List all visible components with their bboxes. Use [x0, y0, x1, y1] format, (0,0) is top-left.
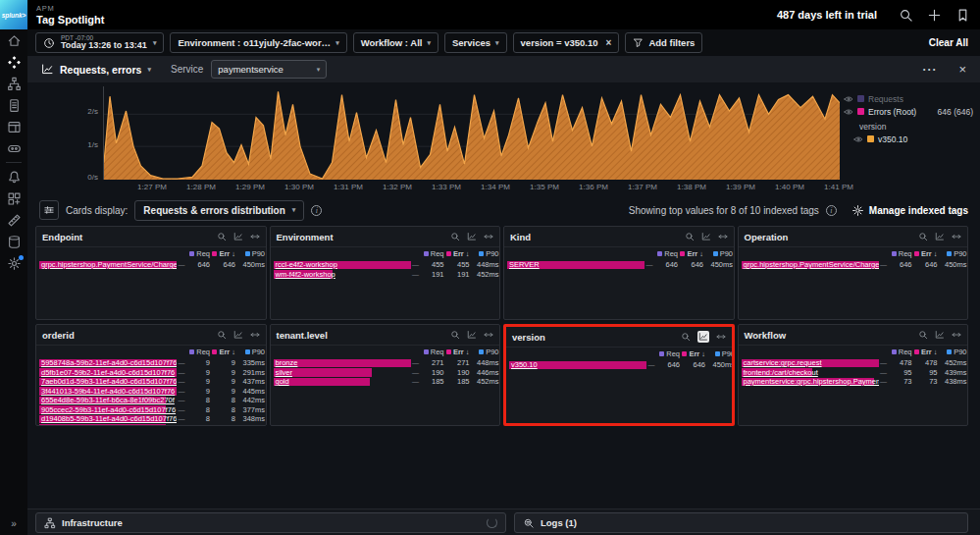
card-column-headers: ReqErr↓P90 — [739, 247, 968, 260]
expand-sidebar-icon[interactable]: » — [0, 518, 27, 529]
card-chart-icon[interactable] — [467, 330, 477, 340]
infrastructure-panel-button[interactable]: Infrastructure — [35, 512, 506, 533]
tag-value-link[interactable]: 5958748a-59b2-11ef-a4d0-c6d15d107f76 — [41, 358, 177, 368]
card-search-icon[interactable] — [450, 232, 460, 241]
tag-value-link[interactable]: 905ccec2-59b3-11ef-a4d0-c6d15d107f76 — [41, 405, 176, 415]
environment-filter-label: Environment : o11yjuly-2fac-wor… — [178, 37, 331, 48]
panel-close-icon[interactable]: × — [958, 62, 966, 77]
card-expand-icon[interactable] — [718, 232, 728, 241]
info-icon[interactable]: i — [311, 205, 322, 216]
sidebar-item-log-observer[interactable] — [0, 94, 27, 116]
card-chart-icon[interactable] — [233, 330, 243, 340]
card-title: Workflow — [745, 330, 787, 341]
service-select[interactable]: paymentservice ▾ — [211, 60, 327, 79]
add-filters-button[interactable]: Add filters — [625, 32, 702, 53]
col-err-sort[interactable]: Err↓ — [444, 348, 470, 356]
tag-value-link[interactable]: v350.10 — [511, 360, 538, 370]
bookmark-icon[interactable] — [955, 8, 970, 23]
sidebar-item-data-management[interactable] — [0, 231, 27, 252]
tag-value-link[interactable]: 0d898446-59b4-11ef-a4d0-c6d15d107f76 — [41, 424, 177, 427]
card-chart-icon[interactable] — [935, 330, 945, 340]
sidebar-item-apm[interactable] — [0, 51, 27, 73]
tag-value-link[interactable]: 3f441013-59b4-11ef-a4d0-c6d15d107f76 — [41, 387, 175, 397]
col-err-sort[interactable]: Err↓ — [210, 249, 235, 258]
card-expand-icon[interactable] — [484, 232, 493, 241]
card-search-icon[interactable] — [681, 332, 691, 342]
card-chart-icon[interactable] — [467, 232, 477, 241]
manage-indexed-tags-button[interactable]: Manage indexed tags — [851, 204, 968, 217]
card-search-icon[interactable] — [450, 330, 460, 340]
clear-all-button[interactable]: Clear All — [929, 37, 972, 48]
tag-value-link[interactable]: wm-f4f2-workshop — [276, 270, 335, 280]
card-expand-icon[interactable] — [250, 330, 260, 340]
legend-item-errors-root-[interactable]: Errors (Root)646 (646) — [844, 105, 973, 118]
card-search-icon[interactable] — [217, 232, 227, 241]
tag-value-link[interactable]: gold — [276, 377, 289, 387]
card-chart-icon[interactable] — [935, 232, 945, 241]
col-err-sort[interactable]: Err↓ — [912, 348, 938, 356]
card-chart-icon[interactable] — [697, 331, 709, 343]
card-expand-icon[interactable] — [952, 330, 961, 340]
remove-filter-icon[interactable]: × — [606, 37, 612, 48]
time-range-picker[interactable]: PDT -07:00 Today 13:26 to 13:41 ▾ — [35, 32, 164, 53]
tag-value-link[interactable]: grpc.hipstershop.PaymentService/Charge — [41, 260, 177, 270]
card-expand-icon[interactable] — [250, 232, 260, 241]
version-filter-chip[interactable]: version = v350.10 × — [513, 32, 620, 53]
legend-item-requests[interactable]: Requests — [844, 92, 973, 105]
sidebar-item-infrastructure[interactable] — [0, 73, 27, 94]
tag-value-link[interactable]: paymentservice:grpc.hipstershop.Payment… — [744, 377, 879, 387]
add-icon[interactable] — [927, 8, 942, 23]
col-err-sort[interactable]: Err↓ — [678, 249, 703, 258]
tag-value-link[interactable]: SERVER — [509, 260, 540, 270]
card-search-icon[interactable] — [217, 330, 227, 340]
logs-panel-button[interactable]: Logs (1) — [514, 512, 968, 533]
chevron-down-icon: ▾ — [335, 39, 339, 47]
card-search-icon[interactable] — [685, 232, 695, 241]
splunk-logo[interactable]: splunk> — [0, 0, 27, 29]
metric-selector[interactable]: Requests, errors ▾ — [41, 63, 151, 76]
cards-layout-icon[interactable] — [39, 200, 59, 220]
sparkline-placeholder: — — [879, 261, 889, 268]
tag-value-link[interactable]: 655e4d8e-59b3-11ef-b6ca-8e1f09bc270f — [41, 396, 175, 405]
card-expand-icon[interactable] — [952, 232, 961, 241]
card-search-icon[interactable] — [918, 232, 928, 241]
sidebar-item-alerts[interactable] — [0, 166, 27, 187]
sidebar-item-home[interactable] — [0, 29, 27, 51]
card-expand-icon[interactable] — [716, 332, 726, 342]
services-filter[interactable]: Services ▾ — [444, 32, 507, 53]
environment-filter[interactable]: Environment : o11yjuly-2fac-wor… ▾ — [170, 32, 346, 53]
sidebar-item-dashboards[interactable] — [0, 116, 27, 137]
legend-item-v350-10[interactable]: v350.10 — [853, 133, 973, 145]
card-title: tenant.level — [277, 330, 328, 341]
search-icon[interactable] — [899, 8, 913, 23]
panel-menu-icon[interactable]: ··· — [922, 63, 937, 77]
card-chart-icon[interactable] — [701, 232, 711, 241]
col-err-sort[interactable]: Err↓ — [912, 249, 938, 258]
tag-value-link[interactable]: 7aeb0d1d-59b3-11ef-a4d0-c6d15d107f76 — [41, 377, 177, 387]
p90-value: 443ms — [235, 424, 265, 426]
sidebar-item-apps[interactable] — [0, 187, 27, 209]
sidebar-item-ruler[interactable] — [0, 209, 27, 231]
sparkline-placeholder: — — [177, 359, 186, 366]
card-expand-icon[interactable] — [484, 330, 493, 340]
sidebar-item-settings[interactable] — [0, 252, 27, 274]
col-err-sort[interactable]: Err↓ — [680, 349, 705, 358]
p90-value: 452ms — [938, 358, 967, 367]
card-chart-icon[interactable] — [233, 232, 243, 241]
cards-display-dropdown[interactable]: Requests & errors distribution ▾ — [134, 200, 304, 221]
tag-value-link[interactable]: rccl-e4f2-workshop — [276, 260, 337, 270]
requests-errors-chart[interactable] — [103, 86, 839, 180]
sidebar-item-rum[interactable] — [0, 137, 27, 159]
card-search-icon[interactable] — [918, 330, 928, 340]
tag-value-link[interactable]: d19408b5-59b3-11ef-a4d0-c6d15d107f76 — [41, 414, 177, 424]
tag-value-link[interactable]: d5fb1e07-59b2-11ef-a4d0-c6d15d107f76 — [41, 368, 175, 378]
tag-value-link[interactable]: grpc.hipstershop.PaymentService/Charge — [744, 260, 879, 270]
tag-value-link[interactable]: frontend:/cart/checkout — [744, 368, 818, 378]
col-err-sort[interactable]: Err↓ — [444, 249, 470, 258]
workflow-filter[interactable]: Workflow : All ▾ — [353, 32, 438, 53]
tag-value-link[interactable]: bronze — [276, 358, 298, 368]
tag-value-link[interactable]: cartservice:grpc.request — [744, 358, 822, 368]
col-err-sort[interactable]: Err↓ — [210, 348, 235, 356]
info-icon[interactable]: i — [826, 205, 837, 216]
tag-value-link[interactable]: silver — [276, 368, 293, 378]
